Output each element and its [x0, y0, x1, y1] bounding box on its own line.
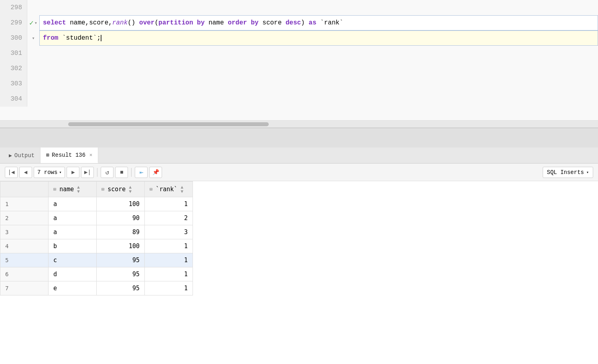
row-number: 5 [0, 253, 49, 267]
tab-output-label: Output [14, 152, 34, 159]
code-line-299: 299 ✓ ▾ select name,score,rank() over(pa… [0, 15, 598, 30]
cell-score: 95 [97, 267, 145, 281]
sql-inserts-button[interactable]: SQL Inserts ▾ [543, 167, 593, 178]
fold-icon-299[interactable]: ▾ [34, 20, 37, 26]
cell-name: b [49, 239, 97, 253]
line-gutter-302 [27, 61, 39, 76]
check-icon: ✓ [29, 18, 34, 27]
refresh-button[interactable]: ↺ [101, 167, 114, 178]
pin-button[interactable]: 📌 [149, 167, 162, 178]
row-number: 2 [0, 211, 49, 225]
line-content-299[interactable]: select name,score,rank() over(partition … [39, 15, 598, 30]
tabs-bar: ▶ Output ⊞ Result 136 ✕ [0, 148, 598, 164]
cell-score: 100 [97, 197, 145, 211]
tab-result136-label: Result 136 [52, 152, 85, 158]
line-content-304[interactable] [39, 91, 598, 107]
line-number-299: 299 [0, 15, 27, 30]
fold-icon-300[interactable]: ▾ [32, 35, 34, 41]
rows-label: 7 rows [37, 169, 57, 176]
next-row-button[interactable]: ▶ [67, 167, 79, 178]
row-num-header [0, 182, 49, 197]
cell-rank: 3 [145, 225, 193, 239]
code-lines: 298 299 ✓ ▾ select name,score,rank() ove… [0, 0, 598, 120]
line-gutter-303 [27, 76, 39, 91]
table-row: 5c951 [0, 253, 193, 267]
line-gutter-301 [27, 46, 39, 61]
result-icon: ⊞ [46, 152, 49, 158]
col-label-name: name [59, 186, 74, 193]
col-icon-name: ⊞ [53, 186, 56, 192]
table-row: 7e951 [0, 281, 193, 295]
cell-name: a [49, 225, 97, 239]
col-header-rank[interactable]: ⊞ `rank` ▲▼ [145, 182, 193, 197]
rows-dropdown-icon: ▾ [59, 170, 61, 175]
first-row-button[interactable]: |◀ [5, 167, 18, 178]
cell-score: 95 [97, 281, 145, 295]
cell-rank: 1 [145, 253, 193, 267]
col-label-rank: `rank` [156, 186, 177, 193]
cell-rank: 1 [145, 197, 193, 211]
bottom-panel: ▶ Output ⊞ Result 136 ✕ |◀ ◀ 7 rows ▾ ▶ … [0, 148, 598, 364]
stop-button[interactable]: ■ [115, 167, 128, 178]
sort-arrows-name[interactable]: ▲▼ [77, 185, 80, 194]
cell-name: e [49, 281, 97, 295]
line-number-302: 302 [0, 61, 27, 76]
code-line-304: 304 [0, 91, 598, 107]
cell-name: a [49, 197, 97, 211]
row-number: 7 [0, 281, 49, 295]
move-left-button[interactable]: ⇤ [135, 167, 148, 178]
row-number: 4 [0, 239, 49, 253]
line-gutter-299: ✓ ▾ [27, 15, 39, 30]
line-content-302[interactable] [39, 61, 598, 76]
cell-rank: 1 [145, 239, 193, 253]
cell-score: 100 [97, 239, 145, 253]
col-icon-score: ⊞ [101, 186, 104, 192]
col-header-name[interactable]: ⊞ name ▲▼ [49, 182, 97, 197]
line-gutter-298 [27, 0, 39, 15]
table-header-row: ⊞ name ▲▼ ⊞ score ▲▼ [0, 182, 193, 197]
cursor [101, 35, 101, 41]
code-line-301: 301 [0, 46, 598, 61]
cell-rank: 2 [145, 211, 193, 225]
row-number: 6 [0, 267, 49, 281]
col-label-score: score [107, 186, 126, 193]
table-row: 2a902 [0, 211, 193, 225]
line-number-303: 303 [0, 76, 27, 91]
prev-row-button[interactable]: ◀ [19, 167, 32, 178]
code-line-303: 303 [0, 76, 598, 91]
sort-arrows-rank[interactable]: ▲▼ [180, 185, 183, 194]
rows-selector[interactable]: 7 rows ▾ [34, 167, 65, 178]
row-number: 3 [0, 225, 49, 239]
line-content-303[interactable] [39, 76, 598, 91]
kw-from: from [43, 34, 58, 42]
tab-result136[interactable]: ⊞ Result 136 ✕ [41, 148, 98, 163]
editor-scrollbar[interactable] [0, 120, 598, 127]
sql-inserts-label: SQL Inserts [547, 169, 584, 176]
toolbar-divider-1 [97, 168, 97, 177]
result-table-wrapper[interactable]: ⊞ name ▲▼ ⊞ score ▲▼ [0, 181, 598, 364]
result-table: ⊞ name ▲▼ ⊞ score ▲▼ [0, 181, 193, 295]
line-number-300: 300 [0, 30, 27, 46]
line-number-298: 298 [0, 0, 27, 15]
code-line-300: 300 ▾ from `student`; [0, 30, 598, 46]
line-content-300[interactable]: from `student`; [39, 30, 598, 46]
table-row: 3a893 [0, 225, 193, 239]
col-header-score[interactable]: ⊞ score ▲▼ [97, 182, 145, 197]
code-line-298: 298 [0, 0, 598, 15]
cell-score: 90 [97, 211, 145, 225]
cell-rank: 1 [145, 281, 193, 295]
divider-area [0, 128, 598, 148]
sort-arrows-score[interactable]: ▲▼ [129, 185, 132, 194]
line-number-304: 304 [0, 91, 27, 107]
line-number-301: 301 [0, 46, 27, 61]
scrollbar-thumb[interactable] [68, 122, 269, 126]
output-icon: ▶ [9, 152, 12, 159]
table-row: 4b1001 [0, 239, 193, 253]
col-icon-rank: ⊞ [150, 186, 152, 192]
line-content-298[interactable] [39, 0, 598, 15]
tab-close-button[interactable]: ✕ [89, 152, 92, 158]
tab-output[interactable]: ▶ Output [3, 148, 41, 163]
last-row-button[interactable]: ▶| [81, 167, 94, 178]
sql-inserts-dropdown-icon: ▾ [586, 170, 589, 175]
line-content-301[interactable] [39, 46, 598, 61]
